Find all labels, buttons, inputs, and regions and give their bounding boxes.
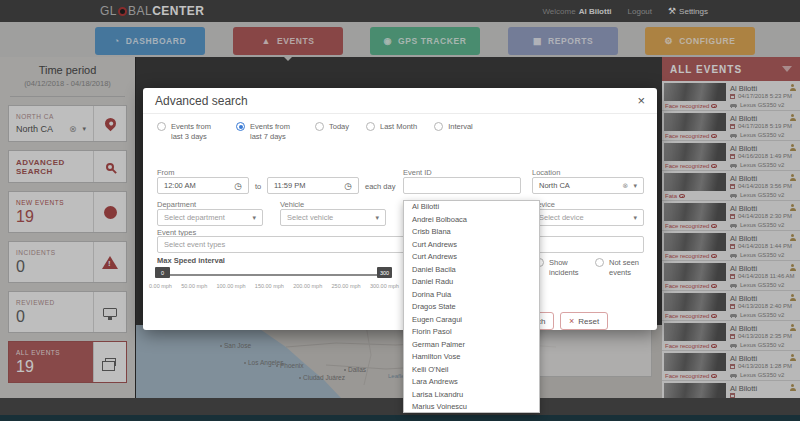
from-time-input[interactable]: 12:00 AM ◷ <box>157 177 249 194</box>
driver-option[interactable]: Eugen Caragui <box>404 314 539 327</box>
driver-dropdown: Al BilottiAndrei BolboacaCrisb BlanaCurt… <box>403 200 540 413</box>
clock-icon[interactable]: ◷ <box>344 181 352 191</box>
period-radio-group: Events from last 3 days Events from last… <box>157 122 473 142</box>
department-label: Department <box>157 200 196 209</box>
slider-tick-label: 250.00 mph <box>332 283 361 289</box>
slider-tick-label: 150.00 mph <box>255 283 284 289</box>
period-radio[interactable]: Interval <box>434 122 473 142</box>
driver-option[interactable]: German Palmer <box>404 339 539 352</box>
slider-handle-max[interactable]: 300 <box>377 267 392 278</box>
driver-option[interactable]: Marius Voinescu <box>404 401 539 413</box>
slider-tick-label: 300.00 mph <box>370 283 399 289</box>
driver-option[interactable]: Larisa Lixandru <box>404 389 539 402</box>
close-icon[interactable]: × <box>637 94 645 107</box>
chevron-down-icon[interactable]: ▾ <box>633 182 637 190</box>
device-select[interactable]: Select device ▾ <box>532 209 644 226</box>
driver-option[interactable]: Daniel Bacila <box>404 264 539 277</box>
to-label: to <box>255 182 261 191</box>
clear-icon[interactable]: ⊗ <box>623 182 629 190</box>
event-id-label: Event ID <box>403 168 432 177</box>
chevron-down-icon: ▾ <box>633 214 637 222</box>
driver-option[interactable]: Curt Andrews <box>404 251 539 264</box>
driver-option[interactable]: Dorina Puia <box>404 289 539 302</box>
slider-tick-label: 200.00 mph <box>293 283 322 289</box>
reset-button[interactable]: × Reset <box>560 312 608 330</box>
each-day-label: each day <box>365 182 395 191</box>
max-speed-label: Max Speed interval <box>157 256 225 265</box>
slider-tick-label: 100.00 mph <box>217 283 246 289</box>
modal-title: Advanced search <box>155 94 248 108</box>
chevron-down-icon: ▾ <box>252 214 256 222</box>
driver-option[interactable]: Crisb Blana <box>404 226 539 239</box>
show-incidents-radio[interactable]: Show incidents <box>535 258 597 278</box>
driver-option[interactable]: Andrei Bolboaca <box>404 214 539 227</box>
driver-option[interactable]: Curt Andrews <box>404 239 539 252</box>
driver-option[interactable]: Kelli O'Neil <box>404 364 539 377</box>
event-types-input[interactable]: Select event types <box>157 236 644 253</box>
app-screen: GLBALCENTER WelcomeAl Bilotti Logout ⚒Se… <box>0 0 800 421</box>
driver-option[interactable]: Hamilton Vose <box>404 351 539 364</box>
period-radio[interactable]: Events from last 7 days <box>236 122 298 142</box>
slider-tick-label: 0.00 mph <box>149 283 172 289</box>
slider-ticks: 0.00 mph50.00 mph100.00 mph150.00 mph200… <box>149 283 399 289</box>
period-radio[interactable]: Today <box>315 122 349 142</box>
driver-option[interactable]: Florin Pasol <box>404 326 539 339</box>
vehicle-label: Vehicle <box>280 200 304 209</box>
to-time-input[interactable]: 11:59 PM ◷ <box>267 177 359 194</box>
driver-option[interactable]: Lara Andrews <box>404 376 539 389</box>
chevron-down-icon: ▾ <box>375 214 379 222</box>
slider-tick-label: 50.00 mph <box>181 283 207 289</box>
from-label: From <box>157 168 175 177</box>
period-radio[interactable]: Events from last 3 days <box>157 122 219 142</box>
not-seen-events-radio[interactable]: Not seen events <box>595 258 657 278</box>
event-id-input[interactable] <box>403 177 521 194</box>
slider-handle-min[interactable]: 0 <box>155 267 170 278</box>
period-radio[interactable]: Last Month <box>366 122 417 142</box>
x-icon: × <box>569 317 574 326</box>
driver-option[interactable]: Dragos State <box>404 301 539 314</box>
location-label: Location <box>532 168 560 177</box>
department-select[interactable]: Select department ▾ <box>157 209 263 226</box>
advanced-search-modal: Advanced search × Events from last 3 day… <box>143 88 657 330</box>
driver-option[interactable]: Al Bilotti <box>404 201 539 214</box>
vehicle-select[interactable]: Select vehicle ▾ <box>280 209 386 226</box>
driver-option[interactable]: Daniel Radu <box>404 276 539 289</box>
modal-location-select[interactable]: North CA ⊗ ▾ <box>532 177 644 194</box>
speed-slider-track[interactable] <box>157 274 391 276</box>
clock-icon[interactable]: ◷ <box>234 181 242 191</box>
